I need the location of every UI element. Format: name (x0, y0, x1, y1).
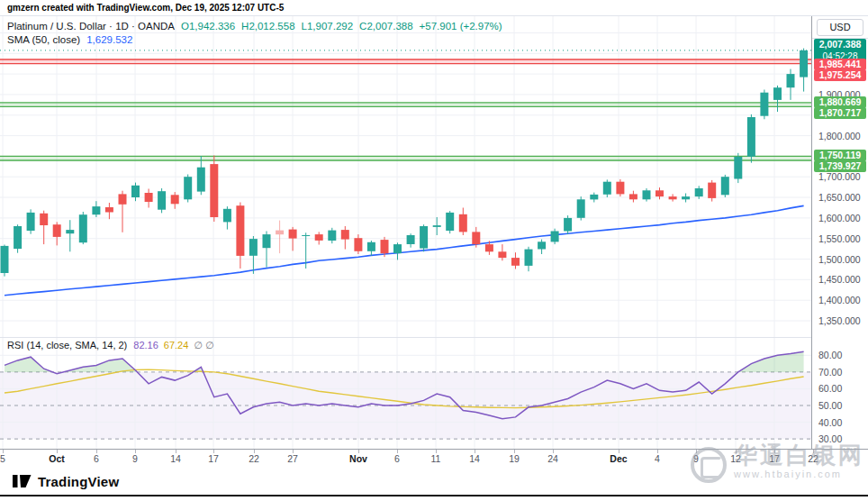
rsi-tick-label: 40.00 (818, 417, 842, 428)
candle (800, 49, 808, 92)
candle (131, 183, 140, 202)
resistance-zone[interactable] (0, 59, 811, 64)
rsi-legend[interactable]: RSI (14, close, SMA, 14, 2)82.1667.24∅ ∅ (7, 340, 214, 351)
candle (708, 180, 716, 202)
candle (564, 215, 572, 234)
rsi-pane[interactable] (0, 337, 811, 449)
candle (459, 208, 467, 236)
candle (276, 221, 284, 254)
candle (145, 189, 153, 208)
candle (538, 240, 546, 254)
candle (747, 114, 755, 163)
candle (341, 226, 349, 250)
rsi-tick-label: 70.00 (818, 367, 842, 378)
time-tick-label: 27 (287, 453, 298, 464)
rsi-label: RSI (14, close, SMA, 14, 2) (7, 340, 127, 351)
time-tick-label: 22 (249, 453, 259, 464)
sma50-line[interactable] (5, 205, 804, 295)
candle (420, 224, 428, 251)
price-tick-label: 1,450.000 (818, 274, 861, 285)
rsi-hidden-values: ∅ ∅ (194, 340, 213, 351)
price-tick-label: 1,800.000 (818, 131, 861, 141)
candle (446, 211, 454, 233)
candle (616, 179, 624, 196)
price-axis[interactable]: USD 1,900.0001,800.0001,700.0001,650.000… (811, 16, 868, 467)
rsi-tick-label: 30.00 (818, 433, 842, 444)
candle (92, 201, 100, 217)
price-tick-label: 1,350.000 (818, 315, 861, 326)
close-value: C2,007.388 (359, 21, 412, 32)
candle (263, 232, 271, 268)
rsi-tick-label: 50.00 (818, 400, 842, 411)
candle (14, 224, 22, 253)
time-tick-label: 6 (94, 453, 99, 464)
candle (210, 156, 218, 223)
tradingview-brand-text: TradingView (38, 474, 119, 489)
candle (171, 192, 179, 209)
candle (236, 203, 244, 269)
chart-area: Platinum / U.S. Dollar · 1D · OANDAO1,94… (0, 15, 868, 466)
candle (511, 252, 520, 269)
rsi-tick-label: 80.00 (818, 350, 842, 360)
price-tick-label: 1,700.000 (818, 171, 861, 182)
candle (40, 211, 48, 244)
candle (433, 217, 441, 235)
tradingview-logo[interactable]: TradingView (13, 472, 119, 490)
pane-separator[interactable] (0, 337, 811, 338)
candle (669, 194, 677, 201)
candle (1, 245, 9, 277)
support-zone[interactable] (0, 103, 811, 107)
level-price-badge: 1,739.927 (814, 160, 866, 172)
candle (105, 203, 113, 219)
time-tick-label: 9 (693, 453, 699, 464)
time-axis[interactable]: 5Oct6914172227Nov611141924Dec49121722 (0, 449, 868, 467)
open-value: O1,942.336 (181, 21, 235, 32)
candle (643, 188, 651, 202)
candle (393, 242, 402, 260)
time-tick-label: 9 (132, 453, 138, 464)
tradingview-screenshot: { "attribution": "gmzern created with Tr… (0, 0, 868, 501)
candle (577, 196, 585, 221)
candle (734, 153, 742, 183)
footer-divider-line (0, 495, 868, 496)
sma-label: SMA (50, close) (7, 34, 80, 45)
candle (315, 232, 323, 244)
time-tick-label: 17 (769, 453, 780, 464)
time-tick-label: 14 (170, 453, 181, 464)
symbol-legend[interactable]: Platinum / U.S. Dollar · 1D · OANDAO1,94… (7, 21, 502, 32)
time-tick-label: 14 (469, 453, 480, 464)
rsi-tick-label: 60.00 (818, 383, 842, 394)
time-tick-label: 17 (208, 453, 219, 464)
rsi-value: 82.16 (133, 340, 158, 351)
gridlines (0, 16, 811, 337)
level-price-badge: 1,975.254 (814, 69, 866, 81)
symbol-title[interactable]: Platinum / U.S. Dollar · 1D · OANDA (7, 21, 175, 32)
candles (1, 49, 809, 277)
candle (158, 188, 166, 213)
time-tick-label: 24 (547, 453, 558, 464)
currency-button[interactable]: USD (817, 19, 863, 36)
candle (249, 236, 258, 274)
candle (354, 234, 362, 254)
main-price-pane[interactable] (0, 16, 811, 337)
change-value: +57.901 (+2.97%) (420, 21, 502, 32)
candle (682, 194, 690, 203)
candle (66, 220, 74, 251)
high-value: H2,012.558 (241, 21, 294, 32)
candle (367, 241, 375, 256)
level-price-badge: 1,870.717 (814, 107, 866, 119)
price-tick-label: 1,600.000 (818, 213, 861, 223)
time-tick-label: 6 (394, 453, 400, 464)
time-tick-label: 19 (509, 453, 520, 464)
candle (79, 212, 87, 244)
candle (498, 244, 506, 260)
rsi-ma-value: 67.24 (164, 340, 189, 351)
support-zone[interactable] (0, 156, 811, 160)
candle (525, 247, 533, 271)
candle (721, 175, 729, 197)
candle (119, 191, 127, 232)
candle (629, 191, 637, 203)
time-tick-label: 4 (655, 453, 660, 464)
sma-legend[interactable]: SMA (50, close)1,629.532 (7, 34, 132, 45)
time-tick-label: 5 (0, 453, 5, 464)
